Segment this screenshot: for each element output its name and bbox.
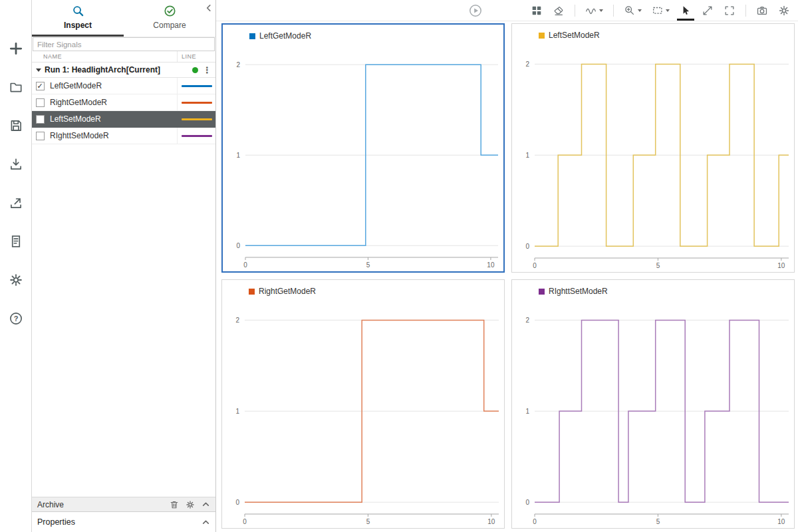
help-button[interactable]: ?	[9, 311, 23, 326]
eraser-button[interactable]	[553, 5, 565, 17]
layout-grid-icon	[531, 5, 543, 17]
line-cell	[177, 94, 215, 110]
expand-icon	[702, 5, 714, 17]
plot-card[interactable]: RightGetModeR 0120510	[221, 279, 505, 529]
plot-area[interactable]: 0120510	[512, 41, 794, 272]
left-toolbar: ?	[0, 0, 32, 532]
expand-button[interactable]	[702, 5, 714, 17]
svg-text:0: 0	[525, 243, 529, 250]
chevron-down-icon	[638, 9, 642, 12]
checkbox-cell	[32, 132, 48, 140]
toolbar-icon-cluster	[531, 5, 790, 17]
pointer-tool-button[interactable]	[680, 5, 692, 17]
svg-text:1: 1	[236, 152, 240, 159]
settings-gear-icon	[778, 5, 790, 17]
properties-chevron-up-icon[interactable]	[201, 518, 210, 527]
legend-label: RIghttSetModeR	[549, 287, 608, 296]
tab-compare[interactable]: Compare	[124, 0, 215, 37]
signal-row[interactable]: RightGetModeR	[32, 94, 215, 111]
gear-icon	[9, 273, 23, 287]
plus-icon	[9, 41, 23, 56]
preferences-button[interactable]	[9, 273, 23, 287]
legend-swatch-icon	[539, 289, 545, 295]
open-button[interactable]	[9, 80, 23, 94]
line-cell	[177, 128, 215, 144]
signal-name: RightGetModeR	[48, 98, 177, 107]
plot-card[interactable]: LeftSetModeR 0120510	[511, 23, 795, 273]
plot-card[interactable]: LeftGetModeR 0120510	[221, 23, 505, 273]
snapshot-button[interactable]	[756, 5, 768, 17]
signal-checkbox[interactable]	[36, 98, 45, 107]
plot-area[interactable]: 0120510	[223, 42, 503, 271]
import-icon	[9, 157, 23, 172]
plot-legend: RIghttSetModeR	[512, 280, 794, 297]
signal-trace-button[interactable]	[585, 5, 603, 17]
save-button[interactable]	[9, 118, 23, 133]
plot-toolbar	[216, 0, 798, 21]
run-collapse-caret-icon[interactable]	[36, 68, 41, 72]
signal-line-swatch	[182, 85, 212, 87]
archive-chevron-up-icon[interactable]	[201, 500, 210, 509]
signal-checkbox[interactable]	[36, 115, 45, 124]
import-button[interactable]	[9, 157, 23, 172]
active-tool-underline	[677, 19, 694, 21]
zoom-button[interactable]	[624, 5, 642, 17]
signal-row[interactable]: ✓ LeftGetModeR	[32, 78, 215, 94]
toolbar-separator	[575, 5, 575, 17]
filter-signals-input[interactable]	[33, 37, 215, 51]
column-header-name: NAME	[32, 51, 177, 62]
signal-checkbox[interactable]: ✓	[36, 82, 45, 90]
svg-text:0: 0	[236, 242, 240, 249]
checkbox-cell	[32, 115, 48, 124]
svg-text:5: 5	[656, 518, 660, 525]
checkbox-cell: ✓	[32, 82, 48, 90]
svg-text:1: 1	[525, 408, 529, 415]
plot-legend: LeftGetModeR	[223, 25, 503, 42]
signal-name: RIghttSetModeR	[48, 131, 177, 140]
region-select-button[interactable]	[652, 5, 670, 17]
legend-swatch-icon	[539, 33, 545, 39]
new-button[interactable]	[9, 41, 23, 56]
svg-text:2: 2	[525, 61, 529, 68]
column-header-line: LINE	[177, 51, 215, 62]
svg-text:5: 5	[366, 518, 370, 525]
svg-text:2: 2	[235, 317, 239, 324]
camera-icon	[756, 5, 768, 17]
signal-name: LeftGetModeR	[48, 81, 177, 90]
checkbox-cell	[32, 98, 48, 107]
legend-label: RightGetModeR	[259, 287, 316, 296]
table-header: NAME LINE	[32, 51, 215, 63]
export-button[interactable]	[9, 196, 23, 210]
plot-area[interactable]: 0120510	[512, 297, 794, 528]
svg-text:10: 10	[777, 518, 785, 525]
svg-text:0: 0	[235, 499, 239, 506]
signal-row[interactable]: LeftSetModeR	[32, 111, 215, 128]
plot-card[interactable]: RIghttSetModeR 0120510	[511, 279, 795, 529]
legend-label: LeftGetModeR	[259, 31, 311, 41]
fit-to-view-button[interactable]	[724, 5, 735, 17]
sidebar-tabs: Inspect Compare	[32, 0, 215, 37]
properties-bar[interactable]: Properties	[32, 511, 215, 532]
plot-legend: RightGetModeR	[222, 280, 504, 297]
run-menu-icon[interactable]: ⋮	[201, 65, 213, 75]
signal-checkbox[interactable]	[36, 132, 45, 140]
archive-bar[interactable]: Archive	[32, 497, 215, 511]
run-button[interactable]	[469, 4, 482, 17]
tab-inspect[interactable]: Inspect	[32, 0, 124, 37]
run-row[interactable]: Run 1: HeadlightArch[Current] ⋮	[32, 63, 215, 78]
layout-grid-button[interactable]	[531, 5, 543, 17]
toolbar-separator	[613, 5, 614, 17]
region-select-icon	[652, 5, 664, 17]
signal-line-swatch	[182, 102, 212, 104]
chevron-down-icon	[666, 9, 670, 12]
svg-text:1: 1	[235, 408, 239, 415]
settings-button[interactable]	[778, 5, 790, 17]
archive-settings-gear-icon[interactable]	[186, 500, 195, 509]
signal-row[interactable]: RIghttSetModeR	[32, 128, 215, 144]
tab-inspect-label: Inspect	[64, 21, 92, 30]
trash-icon[interactable]	[170, 500, 179, 509]
collapse-sidebar-icon[interactable]	[204, 3, 213, 13]
search-icon	[72, 5, 84, 17]
report-button[interactable]	[9, 234, 23, 249]
plot-area[interactable]: 0120510	[222, 297, 504, 528]
